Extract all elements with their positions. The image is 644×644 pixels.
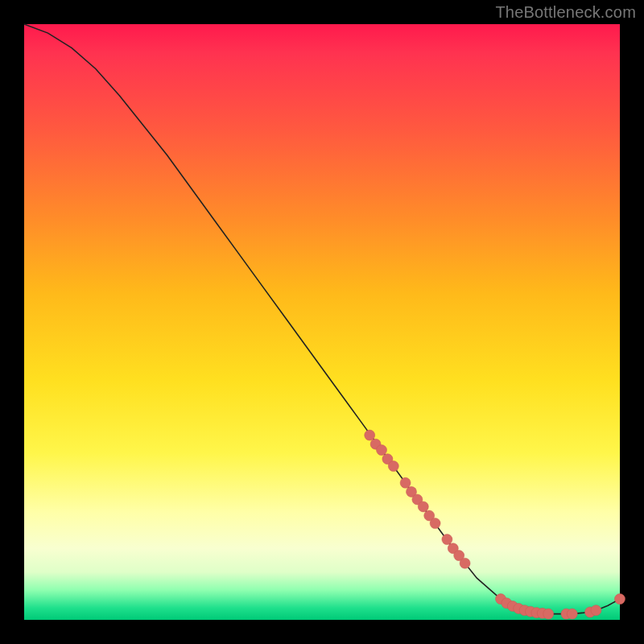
chart-frame (24, 24, 620, 620)
gpu-marker (418, 502, 428, 512)
watermark-text: TheBottleneck.com (495, 3, 636, 22)
gpu-marker (430, 518, 440, 529)
bottleneck-curve (24, 24, 620, 614)
gpu-marker (615, 594, 625, 605)
gpu-marker (543, 609, 554, 619)
gpu-marker (377, 445, 387, 456)
gpu-marker (442, 535, 452, 545)
gpu-marker (460, 558, 470, 568)
gpu-marker (591, 605, 601, 616)
gpu-marker (365, 430, 375, 440)
marker-group (365, 430, 625, 619)
gpu-marker (400, 477, 411, 488)
gpu-marker (567, 609, 577, 619)
gpu-marker (388, 461, 398, 472)
chart-svg (24, 24, 620, 620)
